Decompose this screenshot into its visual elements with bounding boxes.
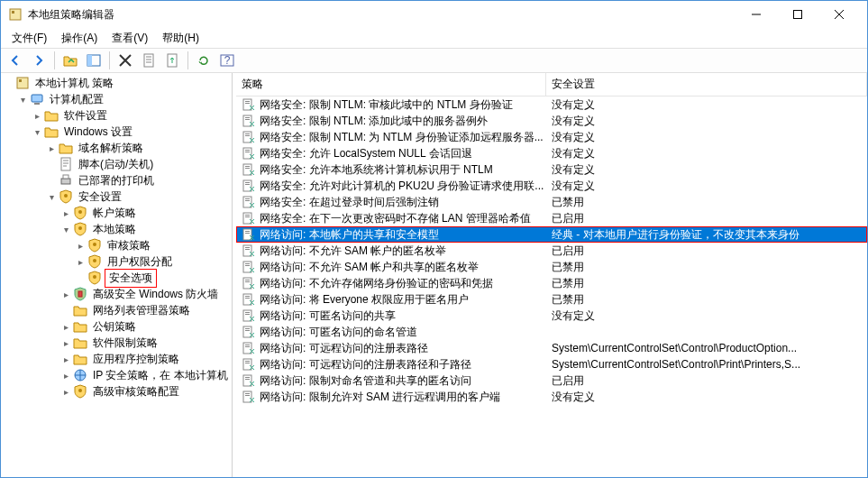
menu-view[interactable]: 查看(V) [105,29,155,48]
tree-icon [30,92,44,106]
policy-row[interactable]: 网络访问: 本地帐户的共享和安全模型经典 - 对本地用户进行身份验证，不改变其本… [236,226,867,243]
expand-icon[interactable]: ▸ [44,143,59,153]
policy-row[interactable]: 网络访问: 限制对命名管道和共享的匿名访问已启用 [236,372,867,389]
tree-item[interactable]: ▸用户权限分配 [1,253,232,270]
policy-row[interactable]: 网络访问: 不允许 SAM 帐户的匿名枚举已启用 [236,243,867,259]
column-header-policy[interactable]: 策略 [236,73,546,96]
forward-button[interactable] [28,50,50,71]
policy-row[interactable]: 网络访问: 可匿名访问的共享没有定义 [236,308,867,324]
policy-setting: 已禁用 [546,291,867,308]
tree-item[interactable]: 本地计算机 策略 [1,75,232,91]
tree-item[interactable]: 已部署的打印机 [1,172,232,188]
refresh-button[interactable] [193,50,215,71]
policy-row[interactable]: 网络访问: 可远程访问的注册表路径System\CurrentControlSe… [236,340,867,356]
policy-name: 网络安全: 允许对此计算机的 PKU2U 身份验证请求使用联... [260,179,544,194]
help-button[interactable]: ? [216,50,238,71]
policy-row[interactable]: 网络安全: 允许 LocalSystem NULL 会话回退没有定义 [236,145,867,161]
svg-rect-16 [144,54,153,67]
expand-icon[interactable]: ▸ [59,354,73,364]
collapse-icon[interactable]: ▾ [44,192,59,202]
delete-button[interactable] [114,50,136,71]
policy-icon [242,390,256,404]
tree-item[interactable]: ▾安全设置 [1,188,232,205]
expand-icon[interactable]: ▸ [59,387,73,397]
tree-item[interactable]: ▸审核策略 [1,237,232,253]
tree-item[interactable]: ▸IP 安全策略，在 本地计算机 [1,367,232,383]
tree-item[interactable]: ▾Windows 设置 [1,124,232,140]
expand-icon[interactable]: ▸ [59,290,73,299]
tree-item[interactable]: ▸域名解析策略 [1,140,232,156]
tree-label: 脚本(启动/关机) [77,156,155,173]
policy-name: 网络安全: 限制 NTLM: 审核此域中的 NTLM 身份验证 [260,97,513,113]
list-pane[interactable]: 策略 安全设置 网络安全: 限制 NTLM: 审核此域中的 NTLM 身份验证没… [236,73,867,477]
policy-icon [242,373,256,388]
tree-item[interactable]: 安全选项 [1,270,232,286]
tree-item[interactable]: ▸应用程序控制策略 [1,351,232,367]
policy-row[interactable]: 网络访问: 可远程访问的注册表路径和子路径System\CurrentContr… [236,356,867,372]
policy-row[interactable]: 网络安全: 允许本地系统将计算机标识用于 NTLM没有定义 [236,161,867,178]
tree-item[interactable]: 脚本(启动/关机) [1,156,232,172]
policy-setting: System\CurrentControlSet\Control\Product… [546,341,867,355]
policy-row[interactable]: 网络安全: 在下一次更改密码时不存储 LAN 管理器哈希值已启用 [236,210,867,226]
show-hide-tree-button[interactable] [83,50,105,71]
policy-name: 网络访问: 可匿名访问的共享 [260,308,396,324]
tree-item[interactable]: ▾计算机配置 [1,91,232,107]
policy-row[interactable]: 网络访问: 不允许存储网络身份验证的密码和凭据已禁用 [236,275,867,291]
tree-item[interactable]: ▸公钥策略 [1,318,232,335]
policy-icon [242,179,256,193]
collapse-icon[interactable]: ▾ [30,127,44,137]
svg-rect-15 [87,55,92,66]
expand-icon[interactable]: ▸ [30,111,44,121]
tree-item[interactable]: ▸高级安全 Windows 防火墙 [1,286,232,302]
tree-label: 本地策略 [91,221,138,238]
expand-icon[interactable]: ▸ [73,257,87,267]
tree-item[interactable]: ▸高级审核策略配置 [1,383,232,400]
tree-icon [87,271,102,285]
policy-setting: 没有定义 [546,97,867,114]
menu-help[interactable]: 帮助(H) [155,29,206,48]
collapse-icon[interactable]: ▾ [15,95,30,105]
tree-pane[interactable]: 本地计算机 策略▾计算机配置▸软件设置▾Windows 设置▸域名解析策略脚本(… [1,73,233,477]
policy-icon [242,308,256,323]
policy-row[interactable]: 网络安全: 限制 NTLM: 添加此域中的服务器例外没有定义 [236,113,867,129]
tree-icon [59,141,73,155]
expand-icon[interactable]: ▸ [59,338,73,348]
menu-file[interactable]: 文件(F) [5,29,54,48]
policy-row[interactable]: 网络访问: 可匿名访问的命名管道 [236,324,867,340]
back-button[interactable] [5,50,26,71]
policy-name: 网络安全: 在下一次更改密码时不存储 LAN 管理器哈希值 [260,211,531,226]
policy-icon [242,162,256,177]
up-button[interactable] [59,50,81,71]
menu-action[interactable]: 操作(A) [54,29,105,48]
expand-icon[interactable]: ▸ [59,322,73,332]
minimize-button[interactable] [736,1,777,28]
tree-item[interactable]: ▸帐户策略 [1,205,232,221]
expand-icon[interactable]: ▸ [73,241,87,251]
tree-label: 应用程序控制策略 [91,351,181,368]
policy-row[interactable]: 网络访问: 将 Everyone 权限应用于匿名用户已禁用 [236,291,867,308]
maximize-button[interactable] [777,1,818,28]
policy-row[interactable]: 网络安全: 在超过登录时间后强制注销已禁用 [236,194,867,210]
column-header-setting[interactable]: 安全设置 [546,73,867,96]
tree-icon [59,157,73,171]
policy-row[interactable]: 网络安全: 允许对此计算机的 PKU2U 身份验证请求使用联...没有定义 [236,178,867,194]
tree-item[interactable]: 网络列表管理器策略 [1,302,232,318]
export-button[interactable] [161,50,183,71]
tree-item[interactable]: ▾本地策略 [1,221,232,237]
properties-button[interactable] [138,50,160,71]
expand-icon[interactable]: ▸ [59,208,73,218]
tree-item[interactable]: ▸软件限制策略 [1,335,232,351]
policy-name: 网络访问: 不允许 SAM 帐户的匿名枚举 [260,244,446,259]
tree-label: 计算机配置 [48,91,105,108]
tree-icon [73,336,87,350]
policy-row[interactable]: 网络安全: 限制 NTLM: 为 NTLM 身份验证添加远程服务器...没有定义 [236,129,867,145]
tree-item[interactable]: ▸软件设置 [1,107,232,124]
expand-icon[interactable]: ▸ [59,371,73,381]
policy-row[interactable]: 网络安全: 限制 NTLM: 审核此域中的 NTLM 身份验证没有定义 [236,97,867,113]
close-button[interactable] [818,1,860,28]
policy-icon [242,195,256,209]
policy-row[interactable]: 网络访问: 不允许 SAM 帐户和共享的匿名枚举已禁用 [236,259,867,275]
collapse-icon[interactable]: ▾ [59,225,73,234]
tree-label: 用户权限分配 [105,253,174,271]
policy-row[interactable]: 网络访问: 限制允许对 SAM 进行远程调用的客户端没有定义 [236,389,867,405]
